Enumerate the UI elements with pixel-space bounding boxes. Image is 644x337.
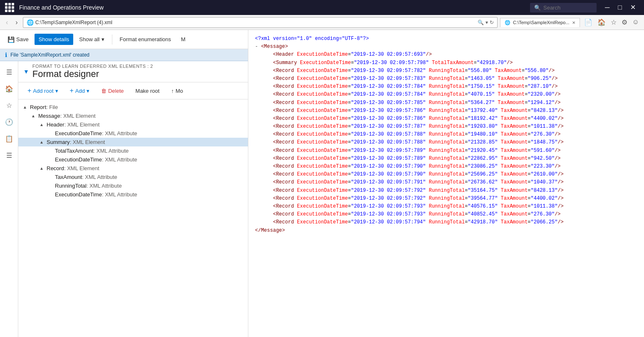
xml-line: - <Message> [255,43,637,51]
tree-item-type: : XML Attribute [102,130,137,136]
save-button[interactable]: 💾 Save [3,34,33,45]
sidebar-item-recent[interactable]: 🕐 [2,114,17,129]
xml-line: <Record ExecutionDateTime="2019-12-30 02… [255,75,637,83]
tab-close-button[interactable]: ✕ [572,20,575,25]
move-label: Mo [176,88,183,94]
filter-icon[interactable]: ▼ [23,68,29,75]
add-root-label: Add root [33,88,53,94]
info-icon: ℹ [5,52,7,58]
address-bar-1[interactable]: 🌐 C:\Temp\SampleXmlReport (4).xml 🔍 ▾ ↻ [23,17,498,28]
xml-line: <Summary ExecutionDateTime="2019-12-30 0… [255,59,637,67]
add-plus-icon: + [70,87,74,94]
toolbar-separator [112,35,112,45]
search-input[interactable] [543,5,585,11]
browser-icon: 🌐 [27,19,34,26]
close-button[interactable]: ✕ [627,3,639,12]
feedback-icon[interactable]: ☺ [631,17,641,27]
more-button[interactable]: M [177,34,190,45]
sidebar-nav: ☰ 🏠 ☆ 🕐 📋 ☰ [0,61,18,337]
new-tab-icon[interactable]: 📄 [582,17,594,27]
sidebar-item-starred[interactable]: ☆ [2,98,17,113]
xml-collapse-icon[interactable]: - [255,44,261,50]
sidebar-item-home[interactable]: 🏠 [2,81,17,96]
forward-button[interactable]: › [13,18,20,27]
tree-toggle[interactable]: ▲ [30,114,37,118]
show-details-button[interactable]: Show details [35,34,74,45]
xml-line: <Record ExecutionDateTime="2019-12-30 02… [255,83,637,91]
tab-label: C:\Temp\SampleXmlRepo... [513,20,570,25]
tree-toggle[interactable]: ▲ [38,122,45,127]
tree-item[interactable]: TotalTaxAmount: XML Attribute [18,146,248,155]
xml-line: <Record ExecutionDateTime="2019-12-30 02… [255,171,637,178]
add-chevron: ▾ [87,88,89,94]
title-bar: Finance and Operations Preview 🔍 ─ □ ✕ [0,0,644,15]
tree-item[interactable]: ▲Summary: XML Element [18,138,248,146]
waffle-icon[interactable] [5,3,14,12]
dropdown-addr-icon[interactable]: ▾ [485,20,488,25]
move-up-icon: ↑ [171,88,174,94]
tree-toggle[interactable]: ▲ [38,166,45,171]
format-enumerations-button[interactable]: Format enumerations [116,34,176,45]
tree-item[interactable]: RunningTotal: XML Attribute [18,181,248,190]
tree-item[interactable]: ExecutionDateTime: XML Attribute [18,129,248,138]
tree-view[interactable]: ▲Report: File▲Message: XML Element▲Heade… [18,99,248,337]
tree-toggle[interactable]: ▲ [22,105,28,109]
tree-item[interactable]: ExecutionDateTime: XML Attribute [18,155,248,164]
xml-line: <Record ExecutionDateTime="2019-12-30 02… [255,107,637,115]
tree-item-text: Header: XML Element [45,121,248,128]
notification-bar: ℹ File 'SampleXmlReport.xml' created [0,49,248,61]
app-body: ☰ 🏠 ☆ 🕐 📋 ☰ ▼ FORMAT TO LEARN DEFERRED X… [0,61,248,337]
delete-button[interactable]: 🗑 Delete [97,86,128,96]
minimize-button[interactable]: ─ [602,3,613,12]
search-bar[interactable]: 🔍 [530,3,597,12]
tree-item[interactable]: ▲Record: XML Element [18,164,248,173]
format-enumerations-label: Format enumerations [120,36,171,42]
tree-item[interactable]: TaxAmount: XML Attribute [18,173,248,181]
xml-line: <Record ExecutionDateTime="2019-12-30 02… [255,211,637,218]
show-details-label: Show details [39,36,69,42]
sidebar-item-menu[interactable]: ☰ [2,64,17,79]
home-icon[interactable]: 🏠 [596,17,607,27]
tree-item[interactable]: ▲Message: XML Element [18,112,248,120]
tree-item-type: : XML Attribute [87,183,122,189]
search-addr-icon[interactable]: 🔍 [478,20,484,25]
settings-icon[interactable]: ⚙ [620,17,629,27]
tree-item-type: : XML Attribute [102,191,137,198]
xml-viewer[interactable]: <?xml version="1.0" encoding="UTF-8"?>- … [248,30,644,337]
left-panel: 💾 Save Show details Show all ▾ Format en… [0,30,248,337]
browser-tab[interactable]: 🌐 C:\Temp\SampleXmlRepo... ✕ [500,18,580,27]
refresh-addr-icon[interactable]: ↻ [490,20,494,25]
tree-item-text: RunningTotal: XML Attribute [53,183,248,189]
xml-line: <Record ExecutionDateTime="2019-12-30 02… [255,139,637,146]
add-root-plus-icon: + [27,87,31,94]
tree-item[interactable]: ExecutionDateTime: XML Attribute [18,190,248,199]
tree-toggle[interactable]: ▲ [38,140,45,144]
address-icons: 🔍 ▾ ↻ [478,20,494,25]
xml-line: <Record ExecutionDateTime="2019-12-30 02… [255,218,637,226]
sidebar-item-list[interactable]: ☰ [2,148,17,163]
tree-item-type: : File [46,104,58,110]
delete-trash-icon: 🗑 [101,88,107,94]
xml-line: <Record ExecutionDateTime="2019-12-30 02… [255,131,637,139]
designer-title: Format designer [32,69,243,79]
tree-item-text: ExecutionDateTime: XML Attribute [53,191,248,198]
add-button[interactable]: + Add ▾ [66,85,94,97]
make-root-button[interactable]: Make root [131,86,164,96]
favorites-icon[interactable]: ☆ [609,17,618,27]
add-root-button[interactable]: + Add root ▾ [23,85,62,97]
back-button[interactable]: ‹ [3,18,10,27]
xml-line: <Record ExecutionDateTime="2019-12-30 02… [255,91,637,99]
tree-item-text: TotalTaxAmount: XML Attribute [53,148,248,154]
tree-item[interactable]: ▲Report: File [18,103,248,112]
tree-item-type: : XML Attribute [94,148,129,154]
maximize-button[interactable]: □ [614,3,625,12]
notification-text: File 'SampleXmlReport.xml' created [10,52,89,58]
tree-item-text: Summary: XML Element [45,139,248,145]
tree-item-text: TaxAmount: XML Attribute [53,174,248,180]
move-up-button[interactable]: ↑ Mo [167,86,187,96]
show-all-button[interactable]: Show all ▾ [75,34,108,45]
tree-item-type: : XML Element [64,165,99,171]
tree-item[interactable]: ▲Header: XML Element [18,120,248,129]
save-label: Save [16,36,29,42]
sidebar-item-workspace[interactable]: 📋 [2,131,17,146]
